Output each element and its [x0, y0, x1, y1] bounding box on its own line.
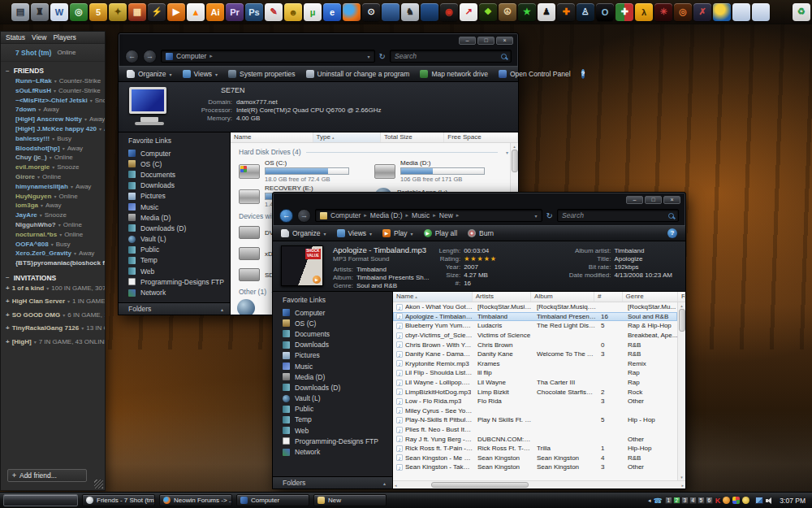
menu-status[interactable]: Status: [6, 33, 25, 41]
dock-icon[interactable]: ♙: [577, 3, 594, 21]
sidebar-link[interactable]: Public: [273, 404, 392, 415]
song-row[interactable]: ♪Low - Flo Rida.mp3 Flo Rida 3 Other ☆: [393, 397, 677, 406]
friend-row[interactable]: Girore ▾ Online: [1, 173, 105, 183]
column-name[interactable]: Name▴: [393, 292, 473, 302]
friend-row[interactable]: Chuy (jc_) ▾ Online: [1, 154, 105, 163]
chevron-down-icon[interactable]: ▾: [54, 193, 56, 199]
breadcrumb[interactable]: New▸: [439, 211, 460, 219]
antivirus-tray-icon[interactable]: K: [715, 497, 721, 505]
start-button[interactable]: [3, 494, 78, 506]
tray-icon-swirl[interactable]: [742, 497, 749, 504]
column-rating[interactable]: Rat...: [678, 292, 685, 302]
server-row[interactable]: + [HigH] ▾ 7 IN GAME, 43 ONLINE: [1, 338, 105, 352]
song-row[interactable]: ♪Chris Brown - With Yo... Chris Brown 0 …: [393, 340, 677, 350]
column-number[interactable]: #: [594, 292, 623, 302]
dock-icon[interactable]: Pr: [226, 3, 244, 21]
sidebar-link[interactable]: Computer: [119, 148, 230, 158]
network-tray-icon[interactable]: [755, 497, 763, 504]
dock-icon[interactable]: [343, 3, 361, 21]
column-free-space[interactable]: Free Space: [444, 132, 518, 142]
friend-row[interactable]: Runn~LRak ▾ Counter-Strike: [1, 77, 105, 87]
breadcrumb[interactable]: Media (D:)▸: [370, 211, 408, 219]
chevron-down-icon[interactable]: ▾: [51, 241, 54, 247]
dock-icon[interactable]: ✎: [265, 3, 283, 21]
back-button[interactable]: ←: [125, 50, 139, 63]
add-friend-button[interactable]: + Add friend...: [7, 469, 87, 482]
song-row[interactable]: ♪Akon - What You Got.... [RockqStar.Musi…: [393, 302, 677, 312]
dock-icon[interactable]: [421, 3, 438, 21]
chevron-down-icon[interactable]: ▾: [54, 88, 56, 93]
dock-icon[interactable]: O: [596, 3, 614, 21]
titlebar[interactable]: – □ ×: [119, 33, 518, 46]
help-button[interactable]: ?: [667, 228, 677, 238]
friend-row[interactable]: OOFA^808 ▾ Busy: [1, 241, 105, 250]
folders-bar[interactable]: Folders▴: [119, 302, 230, 315]
minimize-button[interactable]: –: [459, 37, 476, 45]
sidebar-link[interactable]: Programming-Designs FTP: [273, 436, 392, 446]
horizontal-scrollbar[interactable]: ◂▸: [393, 480, 685, 488]
server-row[interactable]: + TinyRackalGang 7126 ▾ 13 IN GA...: [1, 324, 105, 338]
group-hard-disk-drives[interactable]: Hard Disk Drives (4)▾: [239, 148, 510, 156]
song-row[interactable]: ♪Danity Kane - Damage... Danity Kane Wel…: [393, 350, 677, 359]
dock-icon[interactable]: e: [323, 3, 341, 21]
sidebar-link[interactable]: Documents: [119, 169, 230, 180]
sidebar-link[interactable]: Music: [119, 202, 230, 212]
dock-icon[interactable]: [382, 3, 400, 21]
titlebar[interactable]: – □ ×: [273, 193, 685, 206]
dock-icon[interactable]: ▲: [187, 3, 205, 21]
dock-icon[interactable]: W: [50, 3, 68, 21]
drive-item[interactable]: Media (D:) 106 GB free of 171 GB: [374, 159, 507, 183]
chevron-down-icon[interactable]: ▾: [52, 136, 54, 141]
dock-icon[interactable]: [752, 3, 770, 21]
chevron-down-icon[interactable]: ▾: [59, 232, 62, 237]
dock-icon[interactable]: ☮: [499, 3, 516, 21]
tray-chevron-icon[interactable]: ◂: [648, 497, 651, 504]
resize-grip[interactable]: [94, 480, 103, 488]
dock-icon[interactable]: ◉: [440, 3, 458, 21]
friend-row[interactable]: himynameislitjah ▾ Away: [1, 183, 105, 193]
plus-icon[interactable]: +: [6, 311, 10, 319]
sidebar-link[interactable]: Network: [119, 287, 230, 297]
song-row[interactable]: ♪Sean Kingston - Me Lo... Sean Kingston …: [393, 454, 677, 463]
dock-icon[interactable]: ✳: [654, 3, 672, 21]
dock-icon[interactable]: ✦: [109, 3, 127, 21]
chevron-down-icon[interactable]: ▾: [50, 154, 52, 160]
vertical-scrollbar[interactable]: ▴▾: [677, 302, 685, 480]
friend-row[interactable]: HuyNguyen ▾ Online: [1, 193, 105, 202]
maximize-button[interactable]: □: [645, 196, 662, 204]
dock-icon[interactable]: ◎: [674, 3, 692, 21]
friend-row[interactable]: nocturnal.*bs ▾ Online: [1, 231, 105, 241]
song-row[interactable]: ♪Miley Cyrus - See You ... ☆: [393, 406, 677, 416]
column-genre[interactable]: Genre: [623, 292, 679, 302]
friend-row[interactable]: [HigH] J.McKee happy 420 ▾ Away: [1, 125, 105, 135]
chevron-down-icon[interactable]: ▾: [81, 325, 84, 331]
song-row[interactable]: ♪Apologize - Timbaland... Timbaland Timb…: [393, 312, 677, 322]
desktop-number-button[interactable]: 1: [665, 497, 672, 504]
song-row[interactable]: ♪Lil Wayne - Lollipop.m... Lil Wayne Tha…: [393, 378, 677, 388]
friend-row[interactable]: bahlessy!!! ▾ Busy: [1, 135, 105, 145]
sidebar-link[interactable]: Pictures: [273, 350, 392, 361]
organize-button[interactable]: Organize▾: [281, 229, 326, 237]
dock-icon[interactable]: ✚: [615, 3, 633, 21]
sidebar-link[interactable]: Web: [119, 266, 230, 276]
clock[interactable]: 3:07 PM: [780, 497, 806, 505]
chevron-down-icon[interactable]: ▾: [58, 222, 61, 228]
server-row[interactable]: + SO GOOD OMG ▾ 6 IN GAME, 1...: [1, 311, 105, 325]
tray-icon-orange[interactable]: [723, 497, 730, 504]
sidebar-link[interactable]: Music: [273, 361, 392, 371]
refresh-icon[interactable]: ↻: [379, 52, 386, 61]
search-box[interactable]: Search: [557, 209, 679, 222]
chevron-down-icon[interactable]: ▾: [63, 145, 65, 151]
song-row[interactable]: ♪Blueberry Yum Yum.m... Ludacris The Red…: [393, 321, 677, 331]
chevron-down-icon[interactable]: ▾: [63, 312, 65, 318]
chevron-down-icon[interactable]: ▾: [67, 298, 70, 304]
desktop-number-button[interactable]: 4: [689, 497, 697, 504]
dock-icon[interactable]: ♻: [793, 3, 810, 21]
sidebar-link[interactable]: OS (C): [119, 158, 230, 169]
address-bar[interactable]: Computer▸ ▾: [161, 50, 375, 63]
address-bar[interactable]: Computer▸Media (D:)▸Music▸New▸ ▾: [315, 209, 542, 222]
dock-icon[interactable]: ▤: [11, 3, 29, 21]
back-button[interactable]: ←: [279, 209, 293, 223]
forward-button[interactable]: →: [143, 50, 157, 63]
taskbar-task[interactable]: Neowin Forums -> ...: [159, 494, 232, 506]
